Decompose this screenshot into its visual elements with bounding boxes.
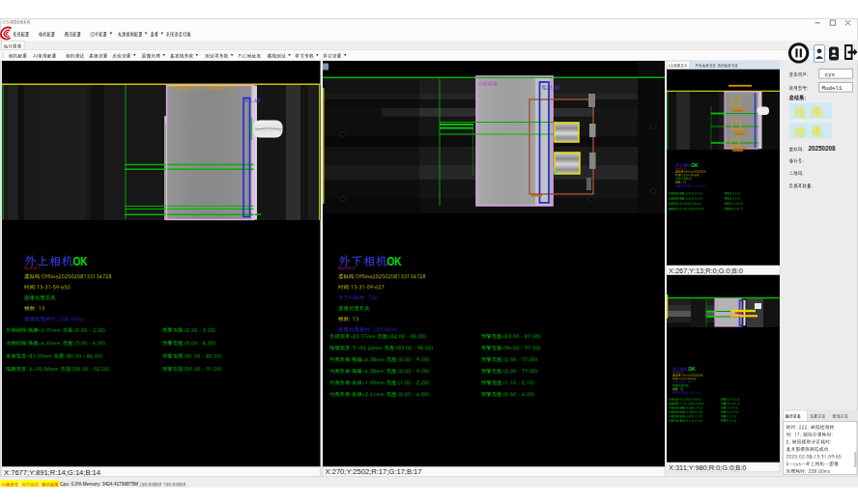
svg-text:cys: cys	[825, 71, 835, 78]
svg-text:OK: OK	[387, 255, 403, 267]
svg-text:OK: OK	[688, 367, 696, 372]
svg-text:20250208: 20250208	[809, 145, 837, 152]
svg-text:Cpu: 0.0% Memory: 3424.4179687: Cpu: 0.0% Memory: 3424.41796875M	[60, 482, 138, 487]
svg-text:X:267;Y:13;R:0;G:0;B:0: X:267;Y:13;R:0;G:0;B:0	[669, 266, 743, 275]
svg-text:OK: OK	[73, 255, 89, 267]
svg-text:X:311;Y:980;R:0;G:0;B:0: X:311;Y:980;R:0;G:0;B:0	[669, 463, 746, 472]
svg-text:OK: OK	[691, 163, 699, 168]
svg-text:X:270;Y:2502;R:17;G:17;B:17: X:270;Y:2502;R:17;G:17;B:17	[326, 467, 422, 476]
svg-text:X:7677;Y:891;R:14;G:14;B:14: X:7677;Y:891;R:14;G:14;B:14	[4, 468, 100, 477]
svg-text:Model1: Model1	[822, 85, 843, 92]
